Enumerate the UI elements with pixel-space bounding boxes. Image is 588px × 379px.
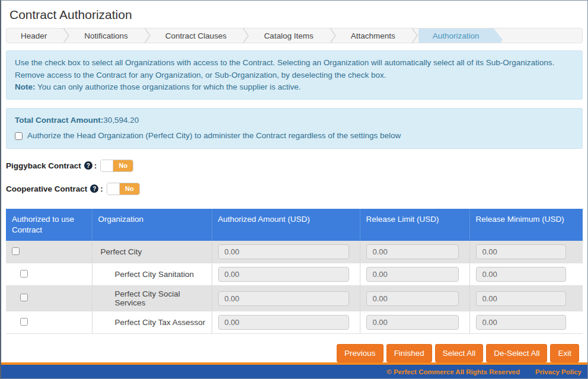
toggle-label: Piggyback Contract (6, 161, 81, 170)
authorized-amount-input[interactable] (218, 291, 349, 306)
organization-name: Perfect City (101, 247, 142, 256)
total-contract-amount-value: 30,594.20 (103, 116, 139, 125)
authorized-amount-input[interactable] (218, 267, 349, 282)
authorization-table: Authorized to use ContractOrganizationAu… (6, 209, 583, 334)
authorize-org-checkbox[interactable] (20, 270, 28, 278)
toggle-row-cooperative-contract: Cooperative Contract?:No (6, 183, 587, 195)
contract-summary-box: Total Contract Amount:30,594.20 Authoriz… (6, 108, 583, 149)
finished-button[interactable]: Finished (386, 344, 432, 362)
authorized-amount-input[interactable] (218, 315, 349, 330)
tab-notifications[interactable]: Notifications (70, 28, 142, 43)
copyright-text: © Perfect Commerce All Rights Reserved (386, 368, 520, 375)
tab-contract-clauses[interactable]: Contract Clauses (151, 28, 241, 43)
chevron-separator-icon (142, 28, 151, 43)
authorization-table-header: Authorized to use ContractOrganizationAu… (6, 209, 583, 241)
tab-catalog-items[interactable]: Catalog Items (250, 28, 327, 43)
toggle-handle (101, 160, 113, 171)
authorize-head-org-label: Authorize the Head Organization (Perfect… (27, 130, 401, 142)
instructions-box: Use the check box to select all Organiza… (6, 50, 583, 100)
page-footer: © Perfect Commerce All Rights Reserved P… (1, 362, 587, 378)
toggle-handle (107, 183, 120, 195)
exit-button[interactable]: Exit (550, 344, 579, 362)
release-minimum-input[interactable] (476, 291, 567, 306)
column-header-5: Release Minimum (USD) (469, 209, 583, 241)
column-header-2: Organization (92, 209, 212, 241)
table-row: Perfect City Social Services (6, 286, 583, 311)
action-button-row: PreviousFinishedSelect AllDe-Select AllE… (1, 334, 587, 362)
question-circle-icon[interactable]: ? (90, 184, 98, 193)
authorization-table-body: Perfect CityPerfect City SanitationPerfe… (6, 241, 583, 334)
tab-attachments[interactable]: Attachments (337, 28, 410, 43)
chevron-separator-icon (61, 28, 70, 43)
instructions-text: Use the check box to select all Organiza… (15, 58, 554, 79)
toggle-colon: : (100, 184, 103, 193)
release-limit-input[interactable] (366, 291, 459, 306)
release-limit-input[interactable] (366, 267, 459, 282)
previous-button[interactable]: Previous (337, 344, 384, 362)
footer-bar: © Perfect Commerce All Rights Reserved P… (1, 365, 587, 378)
total-contract-amount: Total Contract Amount:30,594.20 (15, 114, 574, 126)
note-text: You can only authorize those organizatio… (37, 82, 301, 91)
organization-name: Perfect City Tax Assessor (115, 318, 206, 327)
release-minimum-input[interactable] (476, 267, 567, 282)
chevron-separator-icon (241, 28, 250, 43)
tab-bar: HeaderNotificationsContract ClausesCatal… (6, 28, 583, 43)
chevron-separator-icon (410, 28, 418, 43)
toggle-row-piggyback-contract: Piggyback Contract?:No (6, 160, 587, 172)
note-label: Note: (15, 82, 36, 91)
total-contract-amount-label: Total Contract Amount: (15, 116, 103, 125)
toggle-state-label: No (120, 183, 139, 195)
release-minimum-input[interactable] (476, 244, 567, 259)
page-title: Contract Authorization (1, 1, 587, 28)
chevron-separator-icon (328, 28, 337, 43)
toggle-switch[interactable]: No (107, 183, 140, 195)
organization-name: Perfect City Sanitation (115, 270, 194, 279)
tab-header[interactable]: Header (7, 28, 61, 43)
question-circle-icon[interactable]: ? (84, 161, 92, 170)
table-row: Perfect City Tax Assessor (6, 311, 583, 334)
de-select-all-button[interactable]: De-Select All (486, 344, 547, 362)
column-header-3: Authorized Amount (USD) (212, 209, 360, 241)
contract-authorization-page: Contract Authorization HeaderNotificatio… (0, 0, 588, 379)
tab-authorization[interactable]: Authorization (418, 28, 494, 43)
column-header-4: Release Limit (USD) (360, 209, 469, 241)
authorize-head-org-checkbox[interactable] (15, 132, 23, 140)
table-row: Perfect City (6, 241, 583, 263)
select-all-button[interactable]: Select All (435, 344, 484, 362)
toggle-switch[interactable]: No (100, 160, 133, 172)
table-row: Perfect City Sanitation (6, 263, 583, 286)
release-limit-input[interactable] (366, 244, 459, 259)
release-limit-input[interactable] (366, 315, 459, 330)
authorize-org-checkbox[interactable] (20, 318, 28, 326)
privacy-policy-link[interactable]: Privacy Policy (535, 368, 581, 375)
contract-toggles: Piggyback Contract?:NoCooperative Contra… (1, 149, 587, 206)
toggle-colon: : (94, 161, 97, 170)
release-minimum-input[interactable] (476, 315, 567, 330)
organization-name: Perfect City Social Services (115, 289, 180, 307)
toggle-label: Cooperative Contract (6, 184, 87, 193)
authorize-org-checkbox[interactable] (12, 247, 20, 255)
authorized-amount-input[interactable] (218, 244, 349, 259)
toggle-state-label: No (113, 160, 133, 171)
column-header-1: Authorized to use Contract (6, 209, 92, 241)
authorize-org-checkbox[interactable] (20, 294, 28, 301)
